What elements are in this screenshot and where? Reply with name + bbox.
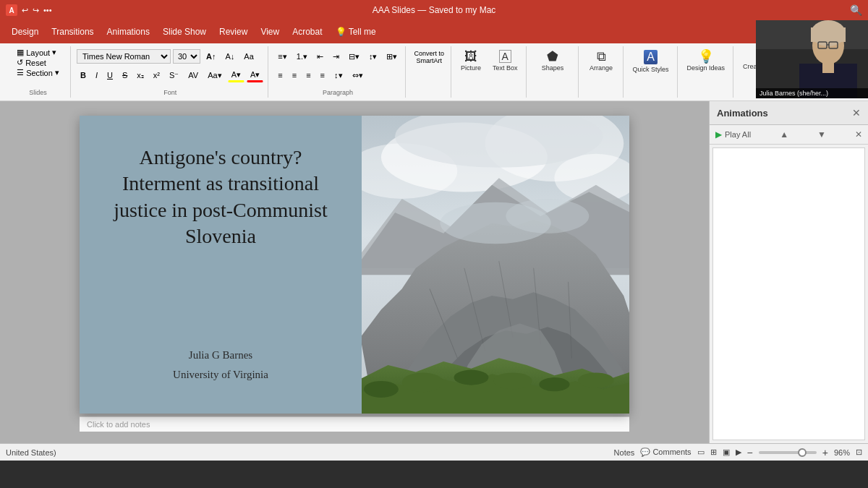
- zoom-out-button[interactable]: −: [747, 447, 753, 458]
- smart-art-convert[interactable]: ⊞▾: [383, 49, 401, 64]
- play-all-label: Play All: [725, 130, 751, 139]
- notes-status-button[interactable]: Notes: [614, 448, 635, 457]
- mountain-svg: [362, 116, 629, 414]
- font-color-button[interactable]: A▾: [247, 68, 263, 82]
- shapes-button[interactable]: ⬟ Shapes: [538, 48, 568, 74]
- status-bar: United States) Notes 💬 Comments ▭ ⊞ ▣ ▶ …: [0, 443, 868, 461]
- more-icon[interactable]: •••: [43, 6, 52, 14]
- menu-item-view[interactable]: View: [255, 24, 285, 40]
- ribbon-group-label-paragraph: Paragraph: [323, 89, 353, 96]
- menu-item-animations[interactable]: Animations: [101, 24, 156, 40]
- menu-bar: Design Transitions Animations Slide Show…: [0, 20, 868, 43]
- svg-point-37: [578, 372, 614, 388]
- arrange-icon: ⧉: [597, 50, 606, 63]
- panel-title: Animations: [717, 108, 768, 119]
- ribbon-group-arrange: ⧉ Arrange: [580, 46, 624, 98]
- superscript-button[interactable]: x²: [150, 68, 163, 82]
- font-family-select[interactable]: Times New Roman: [77, 49, 171, 64]
- char-spacing-button[interactable]: AV: [184, 68, 202, 82]
- underline-button[interactable]: U: [103, 68, 116, 82]
- decrease-font-size-button[interactable]: A↓: [221, 49, 238, 64]
- zoom-percent[interactable]: 96%: [834, 448, 850, 457]
- move-up-button[interactable]: ▲: [780, 129, 788, 140]
- reset-button[interactable]: ↺ Reset: [17, 58, 59, 67]
- text-box-icon: A: [499, 50, 511, 63]
- slide-sorter-icon[interactable]: ⊞: [710, 448, 717, 457]
- ribbon-group-slides: ▦ Layout ▾ ↺ Reset ☰ Section ▾ Slides: [6, 46, 71, 98]
- menu-item-transitions[interactable]: Transitions: [46, 24, 99, 40]
- align-center-button[interactable]: ≡: [289, 68, 300, 82]
- remove-animation-button[interactable]: ✕: [855, 129, 862, 140]
- notes-placeholder: Click to add notes: [87, 420, 150, 429]
- panel-header: Animations ✕: [710, 101, 868, 125]
- menu-item-acrobat[interactable]: Acrobat: [286, 24, 328, 40]
- slide-title-text[interactable]: Antigone's country?Interment as transiti…: [101, 145, 340, 250]
- slide-image-area[interactable]: [362, 116, 629, 414]
- bold-button[interactable]: B: [77, 68, 90, 82]
- design-ideas-button[interactable]: 💡 Design Ideas: [684, 48, 729, 74]
- status-bar-right: Notes 💬 Comments ▭ ⊞ ▣ ▶ − + 96% ⊡: [614, 447, 862, 458]
- ribbon-group-drawing: Convert toSmartArt: [407, 46, 451, 98]
- play-all-button[interactable]: ▶ Play All: [715, 129, 751, 140]
- fit-slide-button[interactable]: ⊡: [856, 448, 862, 457]
- increase-indent-button[interactable]: ⇥: [329, 49, 343, 64]
- text-box-button[interactable]: A Text Box: [489, 48, 522, 74]
- slideshow-icon[interactable]: ▶: [736, 448, 741, 457]
- align-right-button[interactable]: ≡: [302, 68, 314, 82]
- svg-point-35: [493, 372, 532, 389]
- change-case-button[interactable]: Aa▾: [204, 68, 225, 82]
- increase-font-size-button[interactable]: A↑: [203, 49, 219, 64]
- ribbon-group-paragraph: ≡▾ 1.▾ ⇤ ⇥ ⊟▾ ↕▾ ⊞▾ ≡ ≡ ≡ ≡ ↕▾ ⇔▾ Paragr…: [270, 46, 406, 98]
- italic-button[interactable]: I: [92, 68, 101, 82]
- text-direction-button[interactable]: ↕▾: [365, 49, 381, 64]
- columns-button[interactable]: ⊟▾: [345, 49, 363, 64]
- author-name: Julia G Barnes: [101, 346, 340, 365]
- decrease-indent-button[interactable]: ⇤: [313, 49, 327, 64]
- language-status: United States): [6, 448, 56, 457]
- font-size-select[interactable]: 30: [173, 49, 200, 64]
- reading-view-icon[interactable]: ▣: [723, 448, 730, 457]
- slide[interactable]: Antigone's country?Interment as transiti…: [80, 116, 629, 414]
- svg-rect-6: [811, 27, 846, 42]
- clear-format-button[interactable]: Aa: [240, 49, 257, 64]
- text-shadow-button[interactable]: S⁻: [166, 68, 182, 82]
- strikethrough-button[interactable]: S: [119, 68, 131, 82]
- menu-item-review[interactable]: Review: [213, 24, 253, 40]
- bullets-button[interactable]: ≡▾: [274, 49, 290, 64]
- zoom-slider[interactable]: [759, 451, 817, 454]
- webcam-person-svg: [756, 20, 868, 98]
- justify-button[interactable]: ≡: [317, 68, 328, 82]
- section-button[interactable]: ☰ Section ▾: [17, 68, 59, 77]
- convert-smartart-button[interactable]: Convert toSmartArt: [412, 48, 446, 67]
- comments-status-button[interactable]: 💬 Comments: [640, 448, 691, 457]
- panel-close-button[interactable]: ✕: [852, 107, 861, 119]
- undo-icon[interactable]: ↩: [22, 6, 28, 15]
- line-spacing-button[interactable]: ↕▾: [331, 68, 346, 82]
- menu-item-tell-me[interactable]: 💡 Tell me: [330, 24, 382, 40]
- zoom-thumb: [798, 448, 807, 457]
- normal-view-icon[interactable]: ▭: [697, 448, 705, 457]
- search-icon[interactable]: 🔍: [850, 4, 862, 16]
- align-left-button[interactable]: ≡: [274, 68, 286, 82]
- menu-item-design[interactable]: Design: [6, 24, 44, 40]
- svg-text:A: A: [9, 7, 14, 14]
- slide-editing-area[interactable]: Antigone's country?Interment as transiti…: [0, 101, 709, 443]
- ribbon-group-font: Times New Roman 30 A↑ A↓ Aa B I U S x₂ x…: [72, 46, 268, 98]
- ribbon-group-insert: 🖼 Picture A Text Box: [453, 46, 527, 98]
- move-down-button[interactable]: ▼: [817, 129, 826, 140]
- app-icon: A: [6, 4, 17, 17]
- zoom-in-button[interactable]: +: [822, 447, 828, 458]
- highlight-color-button[interactable]: A▾: [228, 68, 244, 82]
- slide-author-area: Julia G Barnes University of Virginia: [101, 346, 340, 385]
- picture-button[interactable]: 🖼 Picture: [457, 48, 485, 74]
- menu-item-slideshow[interactable]: Slide Show: [157, 24, 212, 40]
- subscript-button[interactable]: x₂: [133, 68, 148, 82]
- text-resize-button[interactable]: ⇔▾: [349, 68, 367, 82]
- redo-icon[interactable]: ↪: [33, 6, 39, 15]
- arrange-button[interactable]: ⧉ Arrange: [586, 48, 616, 74]
- layout-button[interactable]: ▦ Layout ▾: [17, 48, 59, 57]
- notes-area[interactable]: Click to add notes: [80, 416, 629, 432]
- quick-styles-button[interactable]: A Quick Styles: [629, 48, 673, 75]
- numbering-button[interactable]: 1.▾: [293, 49, 311, 64]
- slide-left-panel[interactable]: Antigone's country?Interment as transiti…: [80, 116, 362, 414]
